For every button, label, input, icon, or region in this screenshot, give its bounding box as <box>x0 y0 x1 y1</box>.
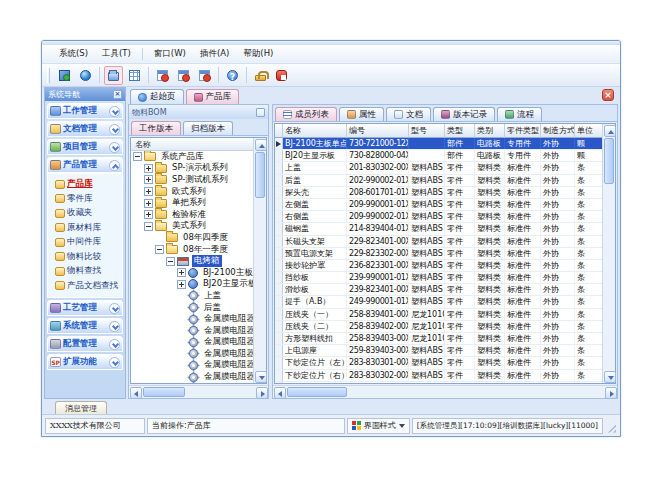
table-row[interactable]: 左侧盖209-990001-01X塑料ABS零件塑料类标准件外协条 <box>275 199 602 211</box>
table-row[interactable]: 下纱定位片（左）283-830301-00X塑料ABS零件塑料类标准件外协条 <box>275 357 602 369</box>
tree-vertical-scrollbar[interactable] <box>253 138 266 383</box>
chevron-up-icon[interactable] <box>109 160 120 171</box>
nav-group-configuration[interactable]: 配置管理 <box>47 336 123 352</box>
datasheet-icon[interactable] <box>125 66 144 85</box>
nav-group-system[interactable]: 系统管理 <box>47 318 123 334</box>
table-row[interactable]: 压纱片（四）283-830303-00X塑料ABS零件塑料类标准件外协条 <box>275 382 602 383</box>
tree-node[interactable]: 上盖 <box>131 290 253 302</box>
tab-archived-version[interactable]: 归档版本 <box>183 121 233 135</box>
tree-node[interactable]: 检验标准 <box>131 209 253 221</box>
chevron-down-icon[interactable] <box>109 321 120 332</box>
table-row[interactable]: BJ-2100主板单点730-721000-12X部件电路板专用件外协颗 <box>275 138 602 150</box>
menu-plugins[interactable]: 插件(A) <box>193 46 236 62</box>
table-row[interactable]: 压线夹（一）258-839401-00X尼龙1010零件塑料类标准件外协条 <box>275 309 602 321</box>
tab-working-version[interactable]: 工作版本 <box>131 121 181 135</box>
table-row[interactable]: 滑纱板239-823401-00X塑料ABS零件塑料类标准件外协条 <box>275 284 602 296</box>
table-row[interactable]: 右侧盖209-990002-01X塑料ABS零件塑料类标准件外协条 <box>275 211 602 223</box>
lock-icon[interactable] <box>251 66 270 85</box>
scrollbar-thumb[interactable] <box>604 138 614 184</box>
nav-item-favorites[interactable]: 收藏夹 <box>48 206 122 221</box>
expander-plus-icon[interactable] <box>144 187 153 196</box>
table-row[interactable]: 挡纱板239-990001-01X塑料ABS零件塑料类标准件外协条 <box>275 272 602 284</box>
message-window-icon[interactable] <box>195 66 214 85</box>
tree-node[interactable]: 单把系列 <box>131 197 253 209</box>
table-row[interactable]: 长磁头支架229-823401-00X塑料ABS零件塑料类标准件外协条 <box>275 236 602 248</box>
resize-grip[interactable] <box>605 418 617 434</box>
tree-column-header[interactable]: 名称 <box>131 138 253 151</box>
tree-node[interactable]: 金属膜电阻器 <box>131 325 253 337</box>
nav-item-part-library[interactable]: 零件库 <box>48 192 122 207</box>
table-row[interactable]: BJ20主显示板730-828000-04X部件电路板专用件外协颗 <box>275 150 602 162</box>
message-window-icon[interactable] <box>153 66 172 85</box>
column-header[interactable]: 编号 <box>347 124 409 138</box>
desktop-icon[interactable] <box>55 66 74 85</box>
tree-horizontal-scrollbar[interactable] <box>129 385 268 398</box>
column-header[interactable]: 名称 <box>283 124 347 138</box>
chevron-down-icon[interactable] <box>109 124 120 135</box>
nav-item-product-document-search[interactable]: 产品文档查找 <box>48 279 122 294</box>
expander-minus-icon[interactable] <box>133 152 142 161</box>
tree-node[interactable]: 后盖 <box>131 302 253 314</box>
table-row[interactable]: 上盖201-830302-00X塑料ABS零件塑料类标准件外协条 <box>275 162 602 174</box>
scroll-right-icon[interactable] <box>605 387 617 399</box>
scroll-left-icon[interactable] <box>130 387 142 399</box>
nav-item-product-library[interactable]: 产品库 <box>48 177 122 192</box>
table-vertical-scrollbar[interactable] <box>602 124 615 383</box>
table-row[interactable]: 后盖202-990002-01X塑料ABS零件塑料类标准件外协条 <box>275 175 602 187</box>
menu-system[interactable]: 系统(S) <box>52 46 95 62</box>
menu-help[interactable]: 帮助(H) <box>236 46 280 62</box>
message-tab[interactable]: 消息管理 <box>55 401 107 414</box>
tree-node[interactable]: 金属膜电阻器 <box>131 348 253 360</box>
table-row[interactable]: 压线夹（二）258-839402-00X尼龙1010零件塑料类标准件外协条 <box>275 321 602 333</box>
exit-icon[interactable] <box>272 66 291 85</box>
nav-item-material-search[interactable]: 物料查找 <box>48 264 122 279</box>
nav-group-project[interactable]: 项目管理 <box>47 139 123 155</box>
toolbar-grip[interactable] <box>47 68 50 83</box>
tab-workflow[interactable]: 流程 <box>497 107 542 121</box>
chevron-down-icon[interactable] <box>109 339 120 350</box>
expander-plus-icon[interactable] <box>144 164 153 173</box>
close-tab-button[interactable]: × <box>602 89 614 101</box>
nav-group-document[interactable]: 文档管理 <box>47 121 123 137</box>
tree-node[interactable]: 08年一季度 <box>131 244 253 256</box>
tree-node[interactable]: 美式系列 <box>131 221 253 233</box>
table-row[interactable]: 预置电源支架229-823302-00X塑料ABS零件塑料类标准件外协条 <box>275 248 602 260</box>
message-window-icon[interactable] <box>174 66 193 85</box>
expander-minus-icon[interactable] <box>155 245 164 254</box>
tab-version-history[interactable]: 版本记录 <box>433 107 495 121</box>
table-row[interactable]: 磁钢盖214-839404-01X塑料ABS零件塑料类标准件外协条 <box>275 223 602 235</box>
nav-group-work[interactable]: 工作管理 <box>47 103 123 119</box>
sidebar-close-icon[interactable]: × <box>113 90 122 99</box>
expander-plus-icon[interactable] <box>144 199 153 208</box>
help-icon[interactable] <box>223 66 242 85</box>
table-row[interactable]: 方形塑料线扣258-839403-00X尼龙1010零件塑料类标准件外协条 <box>275 333 602 345</box>
scrollbar-thumb[interactable] <box>143 387 185 397</box>
column-header[interactable]: 型号 <box>409 124 445 138</box>
tree-node[interactable]: 金属膜电阻器 <box>131 337 253 349</box>
tree-node[interactable]: 08年四季度 <box>131 232 253 244</box>
scroll-up-icon[interactable] <box>255 139 267 151</box>
table-row[interactable]: 提手（A.B）249-990001-01X塑料ABS零件塑料类标准件外协条 <box>275 296 602 308</box>
menu-tools[interactable]: 工具(T) <box>95 46 138 62</box>
folder-window-icon[interactable] <box>104 66 123 85</box>
browser-icon[interactable] <box>76 66 95 85</box>
tree-node[interactable]: BJ20主显示板 <box>131 279 253 291</box>
tree-node[interactable]: SP-测试机系列 <box>131 174 253 186</box>
tab-start-page[interactable]: 起始页 <box>130 89 184 104</box>
table-row[interactable]: 接纱轮护罩236-823301-00X塑料ABS零件塑料类标准件外协条 <box>275 260 602 272</box>
scroll-down-icon[interactable] <box>255 371 267 383</box>
tree-node[interactable]: BJ-2100主板单点 <box>131 267 253 279</box>
tab-properties[interactable]: 属性 <box>339 107 384 121</box>
tree-node[interactable]: 电烤箱 <box>131 255 253 267</box>
chevron-down-icon[interactable] <box>109 142 120 153</box>
expander-plus-icon[interactable] <box>177 280 186 289</box>
chevron-down-icon[interactable] <box>109 357 120 368</box>
column-header[interactable]: 单位 <box>575 124 602 138</box>
scroll-right-icon[interactable] <box>256 387 268 399</box>
table-row[interactable]: 探头壳208-601701-01X塑料ABS零件塑料类标准件外协条 <box>275 187 602 199</box>
chevron-down-icon[interactable] <box>109 303 120 314</box>
tab-member-list[interactable]: 成员列表 <box>275 107 337 121</box>
column-header[interactable]: 制造方式 <box>541 124 575 138</box>
column-header[interactable]: 类别 <box>475 124 505 138</box>
tree-node[interactable]: 系统产品库 <box>131 151 253 163</box>
